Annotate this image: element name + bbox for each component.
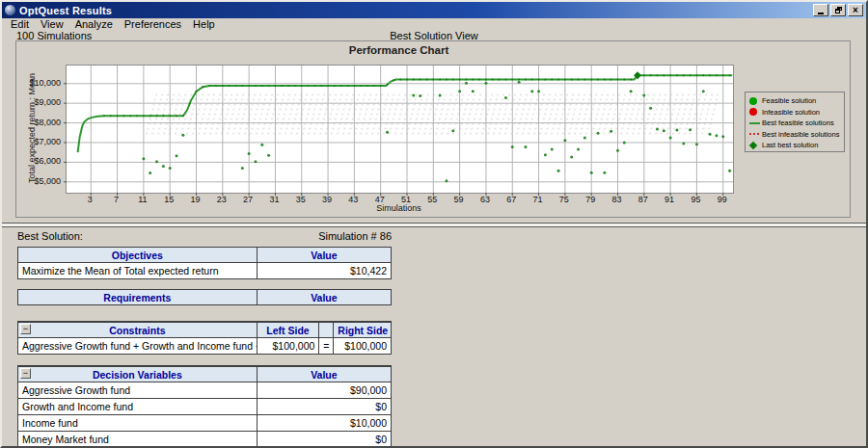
- legend-label: Feasible solution: [762, 96, 816, 105]
- minimize-button[interactable]: [813, 4, 828, 16]
- data-point: [590, 171, 593, 174]
- title-bar[interactable]: OptQuest Results ×: [2, 2, 866, 18]
- simulation-number-label: Simulation # 86: [318, 230, 392, 242]
- data-point: [630, 90, 633, 92]
- table-cell: Aggressive Growth fund: [18, 382, 257, 398]
- data-point: [142, 157, 145, 160]
- data-point: [695, 143, 698, 145]
- panel-splitter[interactable]: [2, 223, 866, 227]
- data-point: [465, 82, 468, 85]
- collapse-button[interactable]: −: [20, 324, 31, 334]
- column-header[interactable]: Left Side: [257, 323, 319, 337]
- data-point: [682, 142, 685, 145]
- table-header-row: ConstraintsLeft SideRight Side: [18, 322, 391, 337]
- best-solution-label: Best Solution:: [17, 230, 83, 242]
- data-point: [551, 147, 554, 150]
- column-header[interactable]: Decision Variables: [18, 367, 257, 382]
- data-point: [675, 128, 678, 131]
- table-row[interactable]: Income fund$10,000: [18, 414, 391, 431]
- table-cell: $10,000: [257, 415, 391, 431]
- table-row[interactable]: Money Market fund$0: [18, 431, 391, 447]
- table-row[interactable]: Growth and Income fund$0: [18, 398, 391, 414]
- grid-lines: [64, 66, 733, 196]
- dotted-marker-icon: [749, 133, 762, 135]
- chart-legend: Feasible solutionInfeasible solutionBest…: [745, 92, 845, 152]
- data-point: [702, 90, 705, 92]
- data-point: [458, 90, 461, 92]
- data-point: [603, 171, 606, 174]
- chart-plot-area[interactable]: [66, 65, 734, 194]
- data-point: [162, 165, 165, 168]
- legend-item: Feasible solution: [749, 95, 842, 107]
- x-axis-label: Simulations: [66, 203, 732, 213]
- data-point: [563, 139, 566, 142]
- data-point: [623, 141, 626, 144]
- data-point: [155, 160, 158, 163]
- optquest-results-window: OptQuest Results × EditViewAnalyzePrefer…: [0, 0, 868, 448]
- table-cell: =: [318, 338, 333, 354]
- app-icon: [5, 5, 15, 15]
- column-header[interactable]: Value: [257, 248, 391, 262]
- close-icon: ×: [853, 6, 858, 15]
- feasible-scatter-points: [142, 81, 731, 183]
- decision-variables-table: −Decision VariablesValueAggressive Growt…: [17, 365, 392, 448]
- line-marker-icon: [749, 122, 762, 124]
- table-row[interactable]: Maximize the Mean of Total expected retu…: [18, 262, 391, 278]
- data-point: [445, 179, 448, 182]
- y-tick-label: $9,000: [16, 97, 61, 107]
- table-row[interactable]: Aggressive Growth fund$90,000: [18, 382, 391, 398]
- data-point: [472, 90, 475, 92]
- column-header[interactable]: Value: [257, 367, 391, 382]
- best-solution-row: Best Solution: Simulation # 86: [17, 230, 392, 242]
- data-point: [439, 94, 442, 97]
- legend-label: Infeasible solution: [762, 108, 820, 117]
- table-cell: $0: [257, 432, 391, 447]
- data-point: [537, 90, 540, 92]
- table-cell: Aggressive Growth fund + Growth and Inco…: [18, 338, 257, 354]
- table-cell: $0: [257, 399, 391, 414]
- data-point: [530, 90, 533, 92]
- data-point: [610, 130, 612, 133]
- performance-chart-svg: [67, 66, 733, 193]
- data-point: [181, 134, 184, 137]
- column-header[interactable]: Right Side: [333, 323, 391, 337]
- legend-item: Infeasible solution: [749, 107, 842, 119]
- data-point: [511, 145, 514, 148]
- table-header-row: Decision VariablesValue: [18, 366, 391, 382]
- collapse-button[interactable]: −: [20, 368, 31, 379]
- column-header[interactable]: [318, 323, 333, 337]
- data-point: [149, 171, 151, 174]
- data-point: [577, 147, 580, 150]
- legend-label: Best infeasible solutions: [762, 130, 839, 139]
- y-tick-label: $5,000: [16, 176, 61, 186]
- circle-marker-icon: [749, 108, 762, 116]
- data-point: [254, 160, 257, 163]
- data-point: [656, 128, 659, 131]
- data-point: [689, 128, 692, 131]
- data-point: [597, 132, 600, 135]
- data-point: [669, 137, 672, 140]
- column-header[interactable]: Requirements: [18, 290, 257, 304]
- restore-button[interactable]: [830, 4, 846, 16]
- column-header[interactable]: Constraints: [18, 323, 257, 337]
- legend-item: Best feasible solutions: [749, 118, 842, 129]
- constraints-table: −ConstraintsLeft SideRight SideAggressiv…: [17, 321, 392, 355]
- y-tick-label: $8,000: [16, 118, 61, 127]
- data-point: [728, 170, 731, 172]
- data-point: [518, 81, 521, 84]
- data-point: [570, 156, 573, 159]
- performance-chart-panel: Performance Chart Total expected return …: [15, 40, 851, 218]
- data-point: [451, 129, 454, 132]
- data-point: [504, 96, 507, 99]
- data-point: [649, 107, 652, 110]
- data-point: [386, 131, 389, 134]
- column-header[interactable]: Objectives: [18, 248, 257, 262]
- data-point: [715, 134, 718, 137]
- line-markers: [103, 74, 731, 117]
- table-cell: $10,422: [257, 263, 391, 278]
- close-button[interactable]: ×: [848, 4, 863, 16]
- table-row[interactable]: Aggressive Growth fund + Growth and Inco…: [18, 337, 391, 354]
- column-header[interactable]: Value: [257, 290, 391, 304]
- data-point: [248, 152, 251, 155]
- y-tick-label: $6,000: [16, 156, 61, 166]
